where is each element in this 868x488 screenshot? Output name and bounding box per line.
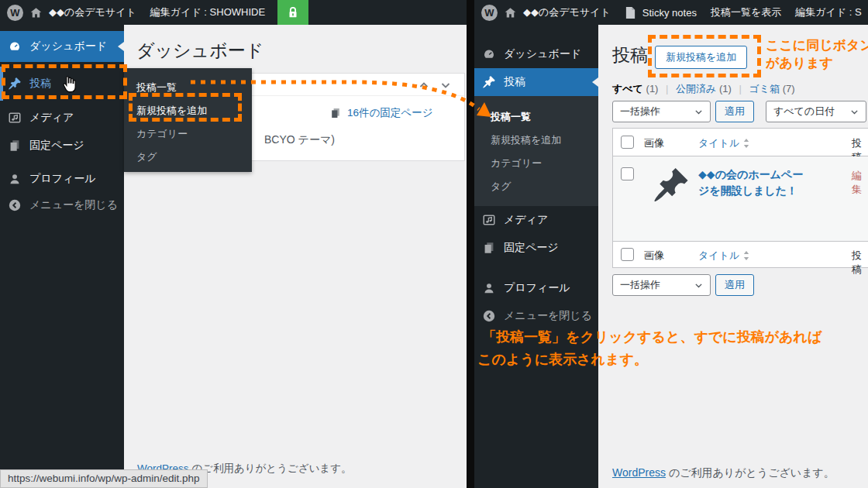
sidebar-item-collapse-menu[interactable]: メニューを閉じる [0, 192, 124, 218]
submenu-item-categories[interactable]: カテゴリー [474, 152, 598, 175]
sidebar-item-posts[interactable]: 投稿 [474, 68, 598, 96]
home-icon[interactable] [29, 6, 43, 19]
sidebar-item-label: メディア [504, 213, 548, 227]
sidebar-item-dashboard[interactable]: ダッシュボード [474, 40, 598, 68]
collapse-arrow-icon [481, 309, 497, 323]
sidebar-item-media[interactable]: メディア [0, 104, 124, 132]
lock-icon [286, 5, 300, 19]
chevron-down-icon [849, 107, 859, 117]
annotation-same-button-line2: があります [766, 54, 833, 72]
add-new-post-button[interactable]: 新規投稿を追加 [655, 46, 747, 69]
sidebar-item-label: プロフィール [29, 172, 96, 186]
sidebar-item-dashboard[interactable]: ダッシュボード [0, 31, 124, 62]
submenu-item-post-list[interactable]: 投稿一覧 [474, 105, 598, 129]
bulk-actions-select[interactable]: 一括操作 [612, 274, 711, 296]
sort-icon [742, 250, 751, 261]
column-header-image: 画像 [644, 249, 664, 263]
filter-trash[interactable]: ゴミ箱 [749, 83, 780, 95]
chevron-down-icon [694, 107, 704, 117]
screenshot-root: { "colors": { "annotation_orange": "#ff7… [0, 0, 868, 488]
date-filter-select[interactable]: すべての日付 [766, 101, 866, 122]
sidebar-item-pages[interactable]: 固定ページ [474, 234, 598, 262]
current-item-arrow [118, 42, 124, 51]
column-header-title[interactable]: タイトル [698, 136, 751, 150]
filter-all[interactable]: すべて [612, 83, 643, 95]
table-footer-row: 画像 タイトル 投稿 [613, 242, 868, 267]
sidebar-item-media[interactable]: メディア [474, 206, 598, 234]
pages-icon [329, 107, 342, 119]
post-title-line1: ◆◆の会のホームペー [698, 167, 803, 183]
flyout-item-tags[interactable]: タグ [124, 146, 252, 169]
wordpress-link[interactable]: WordPress [612, 466, 666, 479]
flyout-item-post-list[interactable]: 投稿一覧 [124, 76, 252, 99]
media-icon [481, 213, 497, 227]
collapse-arrow-icon [7, 198, 22, 212]
sidebar-item-collapse-menu[interactable]: メニューを閉じる [474, 302, 598, 330]
filter-trash-count: (7) [783, 83, 795, 95]
site-name[interactable]: ◆◆の会デモサイト [523, 5, 611, 19]
apply-button[interactable]: 適用 [715, 274, 754, 296]
row-checkbox[interactable] [621, 167, 634, 180]
flyout-item-add-new-post[interactable]: 新規投稿を追加 [124, 99, 252, 122]
annotation-bottom-line2: このように表示されます。 [477, 350, 648, 369]
lock-button[interactable] [277, 0, 308, 25]
sidebar-right: ダッシュボード 投稿 投稿一覧 新規投稿を追加 カテゴリー タグ メディア 固定… [474, 25, 598, 488]
sidebar-item-label: 固定ページ [29, 139, 84, 153]
select-all-checkbox[interactable] [621, 136, 634, 149]
sticky-notes-item[interactable]: Sticky notes [642, 7, 697, 19]
column-header-author: 投稿 [852, 249, 868, 277]
home-icon[interactable] [504, 6, 517, 19]
fixed-pages-link-label: 16件の固定ページ [347, 106, 432, 120]
submenu-item-tags[interactable]: タグ [474, 175, 598, 198]
edit-guide-link[interactable]: 編集ガイド : S [795, 5, 861, 19]
post-title-line2: ジを開設しました！ [698, 183, 803, 199]
annotation-same-button-line1: ここに同じボタン [766, 36, 868, 54]
chevron-down-icon [694, 280, 704, 290]
column-header-title-label: タイトル [698, 249, 739, 263]
admin-bar-right: W ◆◆の会デモサイト Sticky notes 投稿一覧を表示 編集ガイド :… [474, 0, 868, 25]
posts-submenu: 投稿一覧 新規投稿を追加 カテゴリー タグ [474, 96, 598, 206]
pin-icon [481, 75, 497, 89]
wordpress-logo-icon[interactable]: W [7, 5, 23, 21]
pin-icon [7, 77, 22, 91]
sort-icon [742, 138, 751, 149]
edit-guide-link[interactable]: 編集ガイド : SHOWHIDE [150, 5, 265, 19]
column-header-title-label: タイトル [698, 136, 739, 150]
sidebar-item-label: ダッシュボード [29, 40, 107, 53]
bulk-actions-value: 一括操作 [620, 278, 660, 292]
pages-icon [7, 139, 22, 153]
submenu-item-add-new-post[interactable]: 新規投稿を追加 [474, 129, 598, 152]
filter-published-count: (1) [719, 83, 732, 95]
media-icon [7, 111, 22, 125]
annotation-bottom-line1: 「投稿一覧」をクリックすると、すでに投稿があれば [482, 328, 822, 346]
edit-post-link[interactable]: 編集 [852, 169, 868, 197]
apply-button[interactable]: 適用 [715, 101, 754, 122]
sidebar-item-label: メニューを閉じる [29, 198, 118, 212]
view-posts-link[interactable]: 投稿一覧を表示 [711, 5, 781, 19]
user-icon [481, 281, 497, 295]
flyout-item-categories[interactable]: カテゴリー [124, 122, 252, 146]
post-title-link[interactable]: ◆◆の会のホームペー ジを開設しました！ [698, 167, 803, 199]
filter-published[interactable]: 公開済み [676, 83, 716, 95]
chevron-down-icon[interactable] [439, 79, 452, 91]
fixed-pages-link[interactable]: 16件の固定ページ [329, 106, 432, 120]
sidebar-item-profile[interactable]: プロフィール [0, 166, 124, 192]
sidebar-item-pages[interactable]: 固定ページ [0, 132, 124, 160]
post-status-filters: すべて (1) | 公開済み (1) | ゴミ箱 (7) [612, 82, 795, 96]
footer-thanks-text: のご利用ありがとうございます。 [189, 462, 352, 474]
bottom-controls-row: 一括操作 適用 [612, 274, 754, 296]
site-name[interactable]: ◆◆の会デモサイト [49, 5, 136, 19]
column-header-title[interactable]: タイトル [698, 249, 751, 263]
document-icon [625, 6, 636, 19]
current-item-arrow [592, 77, 598, 87]
page-title: 投稿 [612, 43, 648, 67]
post-row: ◆◆の会のホームペー ジを開設しました！ 編集 [613, 156, 868, 242]
sidebar-item-label: 固定ページ [504, 241, 559, 255]
wordpress-logo-icon[interactable]: W [481, 5, 498, 21]
select-all-checkbox[interactable] [621, 248, 634, 261]
bulk-actions-select[interactable]: 一括操作 [612, 101, 711, 122]
hand-cursor-icon [60, 74, 79, 96]
chevron-up-icon[interactable] [418, 79, 430, 91]
sidebar-item-profile[interactable]: プロフィール [474, 274, 598, 302]
filter-all-count: (1) [646, 83, 659, 95]
